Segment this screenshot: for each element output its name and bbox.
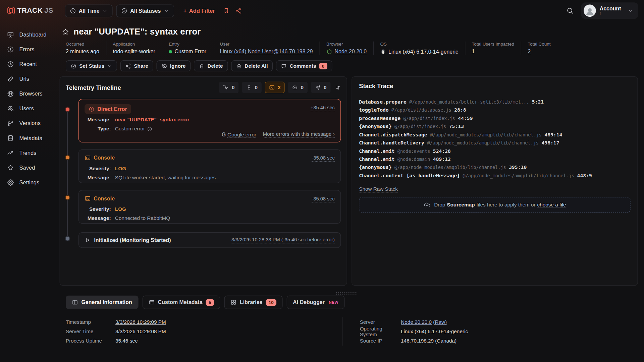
- ignore-button[interactable]: Ignore: [156, 60, 191, 71]
- bug-logo-icon: [7, 6, 16, 15]
- gear-icon: [7, 179, 14, 186]
- account-menu[interactable]: Account f: [581, 2, 638, 19]
- sidebar-item-versions[interactable]: Versions: [0, 116, 60, 130]
- server-link[interactable]: Node 20.20.0: [401, 319, 432, 325]
- sidebar: Dashboard Errors Recent Urls Browsers Us…: [0, 21, 60, 362]
- tab-libraries[interactable]: Libraries 10: [224, 296, 283, 309]
- direct-error-card[interactable]: +35.46 sec Direct Error Message: near "U…: [78, 99, 341, 142]
- add-filter-button[interactable]: + Add Filter: [181, 7, 217, 14]
- timestamp-row: Timestamp 3/3/2026 10:29:09 PM: [66, 317, 342, 327]
- server-time-row: Server Time 3/3/2026 10:29:08 PM: [66, 327, 342, 336]
- status-filter-label: All Statuses: [130, 8, 161, 14]
- set-status-button[interactable]: Set Status: [66, 60, 117, 71]
- console-badge: Console: [85, 155, 115, 161]
- share-button[interactable]: Share: [120, 60, 153, 71]
- database-icon: [7, 134, 14, 141]
- stack-frame[interactable]: Channel.handleDelivery@/app/node_modules…: [359, 140, 630, 148]
- sidebar-item-users[interactable]: Users: [0, 101, 60, 116]
- entry-status-dot: [169, 50, 172, 53]
- navigation-counter[interactable]: 0: [311, 82, 331, 93]
- initialized-card[interactable]: Initialized (Monitoring Started) 3/3/202…: [78, 232, 341, 248]
- console-2-severity: LOG: [115, 206, 126, 212]
- sort-arrows-icon: [335, 84, 341, 90]
- stack-frame[interactable]: Channel.dispatchMessage@/app/node_module…: [359, 132, 630, 140]
- sourcemap-dropzone[interactable]: DropSourcemapfiles here to apply them or…: [359, 197, 630, 213]
- sidebar-item-errors[interactable]: Errors: [0, 42, 60, 57]
- stack-frame[interactable]: Channel.emit@node:domain489:12: [359, 157, 630, 165]
- bookmark-button[interactable]: [222, 6, 231, 15]
- meta-user: User Linux (x64) Node User@146.70.198.29: [220, 42, 320, 55]
- link-icon: [7, 75, 14, 82]
- sidebar-item-metadata[interactable]: Metadata: [0, 130, 60, 145]
- sidebar-item-settings[interactable]: Settings: [0, 175, 60, 190]
- layout-icon: [72, 299, 78, 305]
- stack-frame[interactable]: Channel.emit@node:events524:28: [359, 148, 630, 156]
- info-icon[interactable]: [147, 126, 152, 132]
- initialized-timestamp[interactable]: 3/3/2026 10:28:33 PM (-35.46 sec before …: [231, 237, 335, 244]
- delete-button[interactable]: Delete: [194, 60, 228, 71]
- sidebar-item-dashboard[interactable]: Dashboard: [0, 27, 60, 42]
- delete-all-button[interactable]: Delete All: [231, 60, 273, 71]
- console-card-2[interactable]: -35.08 sec Console Severity: LOG Message…: [78, 190, 341, 224]
- error-time-offset[interactable]: +35.46 sec: [311, 105, 335, 111]
- browser-link[interactable]: Node 20.20.0: [335, 48, 367, 54]
- inputs-counter[interactable]: 0: [242, 82, 262, 93]
- stack-frame[interactable]: Channel.content [as handleMessage]@/app/…: [359, 173, 630, 181]
- main-content: near "UUPDATE": syntax error Occurred 2 …: [60, 21, 644, 362]
- share-page-button[interactable]: [234, 6, 244, 15]
- stack-frame[interactable]: {anonymous}@/app/node_modules/amqplib/li…: [359, 165, 630, 173]
- console-2-message: Connected to RabbitMQ: [115, 216, 170, 221]
- alert-circle-icon: [89, 106, 94, 112]
- console-card-1[interactable]: -35.08 sec Console Severity: LOG Message…: [78, 149, 341, 183]
- terminal-icon: [85, 195, 91, 201]
- sort-order-toggle[interactable]: [335, 84, 341, 90]
- terminal-icon: [85, 155, 91, 161]
- time-filter-dropdown[interactable]: All Time: [65, 4, 112, 17]
- upload-cloud-icon: [423, 201, 430, 208]
- tab-general-information[interactable]: General Information: [66, 296, 138, 309]
- sidebar-item-recent[interactable]: Recent: [0, 57, 60, 71]
- trackjs-logo[interactable]: TRACKJS: [7, 6, 53, 15]
- initialized-label: Initialized (Monitoring Started): [94, 237, 171, 243]
- meta-entry: Entry Custom Error: [169, 42, 213, 55]
- libraries-count-badge: 10: [266, 299, 276, 306]
- tab-ai-debugger[interactable]: AI Debugger NEW: [287, 296, 345, 309]
- person-icon: [584, 6, 595, 17]
- sidebar-item-urls[interactable]: Urls: [0, 71, 60, 86]
- raw-link[interactable]: (Raw): [433, 319, 447, 325]
- meta-os: OS Linux (x64) 6.17.0-14-generic: [380, 42, 465, 55]
- stack-frame[interactable]: processMessage@/app/dist/index.js44:59: [359, 115, 630, 123]
- stack-frame[interactable]: {anonymous}@/app/dist/index.js75:13: [359, 124, 630, 132]
- status-filter-dropdown[interactable]: All Statuses: [116, 4, 174, 17]
- globe-icon: [7, 90, 14, 97]
- total-count-link[interactable]: 2: [528, 48, 531, 54]
- tab-custom-metadata[interactable]: Custom Metadata 5: [142, 296, 220, 309]
- ignore-eye-off-icon: [161, 63, 167, 69]
- more-errors-link[interactable]: More errors with this message ›: [263, 131, 335, 138]
- console-1-severity: LOG: [115, 166, 126, 172]
- timestamp-link[interactable]: 3/3/2026 10:29:09 PM: [115, 319, 166, 325]
- meta-occurred: Occurred 2 minutes ago: [66, 42, 106, 55]
- chevron-down-icon: [102, 8, 108, 13]
- stack-frame[interactable]: Database.prepare@/app/node_modules/bette…: [359, 99, 630, 107]
- sidebar-item-browsers[interactable]: Browsers: [0, 86, 60, 101]
- console-1-time-offset[interactable]: -35.08 sec: [312, 155, 335, 162]
- stack-frame[interactable]: toggleTodo@/app/dist/database.js28:8: [359, 107, 630, 115]
- trending-up-icon: [7, 149, 14, 156]
- direct-error-badge: Direct Error: [85, 104, 131, 114]
- console-2-time-offset[interactable]: -35.08 sec: [312, 196, 335, 202]
- panel-resize-handle[interactable]: [335, 291, 357, 295]
- sidebar-item-saved[interactable]: Saved: [0, 160, 60, 175]
- user-link[interactable]: Linux (x64) Node User@146.70.198.29: [220, 48, 313, 54]
- choose-file-link[interactable]: choose a file: [537, 202, 566, 207]
- favorite-star-icon[interactable]: [62, 28, 69, 36]
- network-counter[interactable]: 0: [288, 82, 308, 93]
- console-counter[interactable]: 2: [265, 82, 285, 93]
- timeline-dot-initialized: [65, 236, 70, 241]
- search-button[interactable]: [564, 7, 576, 15]
- comments-button[interactable]: Comments 0: [276, 60, 332, 71]
- google-error-link[interactable]: GGoogle error: [222, 131, 256, 138]
- sidebar-item-trends[interactable]: Trends: [0, 145, 60, 160]
- clicks-counter[interactable]: 0: [219, 82, 239, 93]
- show-raw-stack-link[interactable]: Show Raw Stack: [359, 186, 398, 192]
